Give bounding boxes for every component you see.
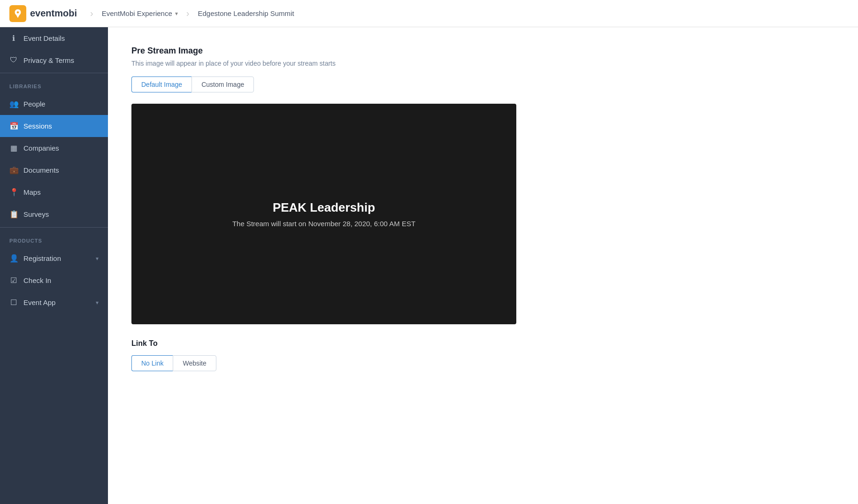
- chevron-down-icon: ▾: [175, 10, 178, 17]
- sidebar-item-people[interactable]: 👥 People: [0, 93, 108, 115]
- sidebar: ℹ Event Details 🛡 Privacy & Terms LIBRAR…: [0, 27, 108, 504]
- sidebar-item-event-app[interactable]: ☐ Event App ▾: [0, 291, 108, 313]
- info-icon: ℹ: [9, 34, 18, 43]
- people-icon: 👥: [9, 99, 18, 108]
- surveys-icon: 📋: [9, 210, 18, 219]
- divider-products: [0, 227, 108, 228]
- top-navigation: eventmobi › EventMobi Experience ▾ › Edg…: [0, 0, 858, 27]
- logo[interactable]: eventmobi: [9, 5, 77, 22]
- sidebar-item-event-details[interactable]: ℹ Event Details: [0, 27, 108, 49]
- breadcrumb-separator-2: ›: [186, 8, 190, 19]
- tab-no-link[interactable]: No Link: [131, 355, 173, 371]
- companies-icon: ▦: [9, 144, 18, 153]
- video-preview: PEAK Leadership The Stream will start on…: [131, 104, 516, 324]
- video-title: PEAK Leadership: [273, 200, 375, 215]
- link-tab-group: No Link Website: [131, 355, 835, 371]
- products-section-label: PRODUCTS: [0, 229, 108, 247]
- sidebar-item-maps[interactable]: 📍 Maps: [0, 181, 108, 203]
- maps-icon: 📍: [9, 188, 18, 197]
- logo-icon: [9, 5, 26, 22]
- sidebar-item-sessions[interactable]: 📅 Sessions: [0, 115, 108, 137]
- calendar-icon: 📅: [9, 122, 18, 130]
- tab-website[interactable]: Website: [173, 355, 216, 371]
- logo-text: eventmobi: [30, 8, 77, 19]
- divider-libraries: [0, 73, 108, 73]
- documents-icon: 💼: [9, 166, 18, 175]
- sidebar-item-surveys[interactable]: 📋 Surveys: [0, 203, 108, 225]
- sidebar-item-registration[interactable]: 👤 Registration ▾: [0, 247, 108, 269]
- sidebar-item-check-in[interactable]: ☑ Check In: [0, 269, 108, 291]
- sidebar-item-companies[interactable]: ▦ Companies: [0, 137, 108, 159]
- shield-icon: 🛡: [9, 56, 18, 64]
- main-layout: ℹ Event Details 🛡 Privacy & Terms LIBRAR…: [0, 27, 858, 504]
- libraries-section-label: LIBRARIES: [0, 75, 108, 93]
- check-in-icon: ☑: [9, 276, 18, 285]
- pre-stream-image-title: Pre Stream Image: [131, 46, 835, 56]
- breadcrumb-separator-1: ›: [90, 8, 93, 19]
- event-app-icon: ☐: [9, 298, 18, 307]
- breadcrumb-eventmobi[interactable]: EventMobi Experience ▾: [102, 9, 178, 17]
- image-tab-group: Default Image Custom Image: [131, 76, 835, 92]
- sidebar-item-privacy-terms[interactable]: 🛡 Privacy & Terms: [0, 49, 108, 71]
- content-area: Pre Stream Image This image will appear …: [108, 27, 858, 504]
- link-to-title: Link To: [131, 339, 835, 348]
- video-subtitle: The Stream will start on November 28, 20…: [232, 220, 415, 228]
- chevron-down-icon-app: ▾: [96, 299, 99, 306]
- tab-custom-image[interactable]: Custom Image: [192, 76, 254, 92]
- pre-stream-image-description: This image will appear in place of your …: [131, 60, 835, 67]
- breadcrumb-event[interactable]: Edgestone Leadership Summit: [198, 9, 294, 17]
- registration-icon: 👤: [9, 254, 18, 263]
- chevron-right-icon: ▾: [96, 255, 99, 262]
- tab-default-image[interactable]: Default Image: [131, 76, 192, 92]
- sidebar-item-documents[interactable]: 💼 Documents: [0, 159, 108, 181]
